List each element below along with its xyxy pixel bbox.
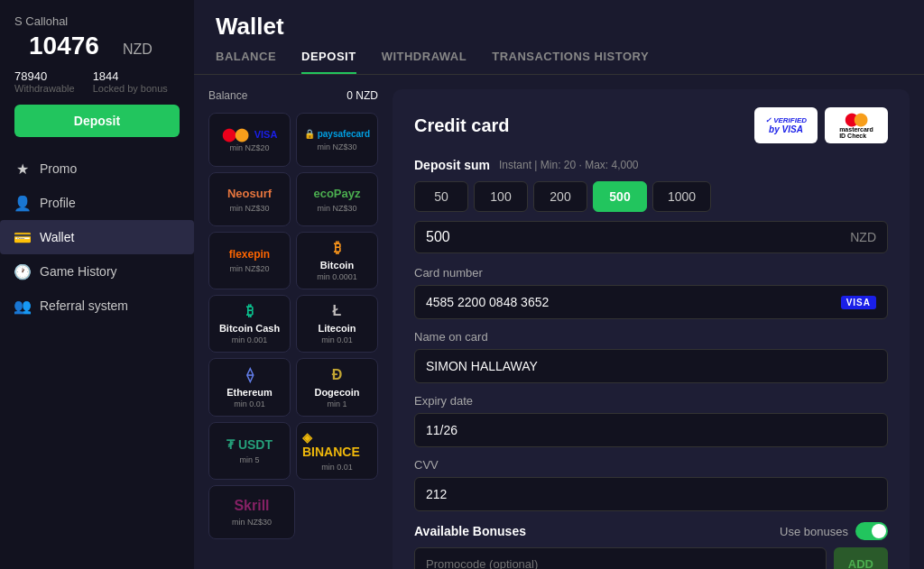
amount-btn-100[interactable]: 100 — [474, 181, 528, 212]
litecoin-logo: Ł — [333, 303, 342, 319]
cc-header: Credit card ✓ VERIFIEDby VISA ⬤ ⬤ master… — [414, 107, 888, 143]
deposit-sum-label: Deposit sum — [414, 158, 490, 172]
bitcoin-cash-min: min 0.001 — [232, 335, 268, 344]
add-promo-button[interactable]: ADD — [834, 547, 888, 569]
expiry-label: Expiry date — [414, 394, 888, 408]
payment-method-bitcoin[interactable]: ₿ Bitcoin min 0.0001 — [296, 232, 378, 289]
expiry-input[interactable] — [426, 423, 876, 437]
cvv-row — [414, 477, 888, 511]
paysafe-min: min NZ$30 — [317, 142, 356, 151]
ethereum-logo: ⟠ — [246, 366, 254, 383]
main-body: Balance 0 NZD ⬤ ⬤ VISA min NZ$20 🔒 paysa… — [194, 75, 924, 569]
name-on-card-input[interactable] — [426, 359, 876, 373]
ecopayz-logo: ecoPayz — [313, 187, 360, 200]
card-number-label: Card number — [414, 266, 888, 280]
neosurf-logo: Neosurf — [227, 187, 272, 200]
sidebar-nav: ★ Promo 👤 Profile 💳 Wallet 🕐 Game Histor… — [0, 151, 194, 323]
sidebar-item-label: Game History — [40, 264, 117, 279]
deposit-sum-info: Instant | Min: 20 · Max: 4,000 — [499, 159, 639, 171]
page-title: Wallet — [216, 13, 902, 41]
usdt-logo: ₮ USDT — [226, 437, 273, 452]
bonuses-row: Available Bonuses Use bonuses — [414, 522, 888, 540]
bitcoin-logo: ₿ — [334, 240, 341, 256]
payment-method-dogecoin[interactable]: Ð Dogecoin min 1 — [296, 358, 378, 417]
locked-value: 1844 — [93, 69, 168, 83]
locked-label: Locked by bonus — [93, 83, 168, 94]
payment-method-mastercard-visa[interactable]: ⬤ ⬤ VISA min NZ$20 — [208, 113, 291, 167]
wallet-icon: 💳 — [14, 229, 31, 245]
sidebar-item-referral[interactable]: 👥 Referral system — [0, 289, 194, 323]
payment-method-usdt[interactable]: ₮ USDT min 5 — [208, 422, 291, 480]
use-bonuses-label: Use bonuses — [780, 525, 848, 538]
name-on-card-row — [414, 349, 888, 383]
expiry-row — [414, 413, 888, 447]
dogecoin-name: Dogecoin — [314, 387, 359, 398]
amount-options: 50 100 200 500 1000 — [414, 181, 888, 212]
binance-min: min 0.01 — [321, 463, 353, 472]
bitcoin-name: Bitcoin — [320, 260, 354, 271]
use-bonuses-toggle[interactable] — [855, 522, 888, 540]
deposit-sum-row: Deposit sum Instant | Min: 20 · Max: 4,0… — [414, 158, 888, 172]
mastercard-id-check-logo: ⬤ ⬤ mastercardID Check — [825, 107, 888, 143]
cvv-label: CVV — [414, 458, 888, 472]
payment-methods-grid: ⬤ ⬤ VISA min NZ$20 🔒 paysafecard min NZ$… — [208, 113, 378, 539]
sidebar-item-promo[interactable]: ★ Promo — [0, 151, 194, 186]
amount-input[interactable] — [426, 229, 850, 245]
use-bonuses-row: Use bonuses — [780, 522, 888, 540]
username: S Callohal — [0, 14, 194, 32]
payment-method-ecopayz[interactable]: ecoPayz min NZ$30 — [296, 172, 378, 226]
mc-visa-min: min NZ$20 — [229, 143, 269, 152]
payment-method-ethereum[interactable]: ⟠ Ethereum min 0.01 — [208, 358, 291, 417]
payment-method-flexepin[interactable]: flexepin min NZ$20 — [208, 232, 291, 289]
tab-deposit[interactable]: DEPOSIT — [301, 50, 356, 74]
bonuses-label: Available Bonuses — [414, 524, 526, 538]
sidebar-item-label: Referral system — [40, 298, 128, 313]
skrill-logo: Skrill — [234, 498, 269, 514]
sidebar-item-profile[interactable]: 👤 Profile — [0, 186, 194, 220]
amount-btn-200[interactable]: 200 — [533, 181, 587, 212]
withdrawable-value: 78940 — [14, 69, 75, 83]
amount-input-row: NZD — [414, 221, 888, 253]
main-header: Wallet — [194, 0, 924, 41]
skrill-min: min NZ$30 — [232, 518, 272, 527]
tabs: BALANCE DEPOSIT WITHDRAWAL TRANSACTIONS … — [194, 41, 924, 75]
cc-logos: ✓ VERIFIEDby VISA ⬤ ⬤ mastercardID Check — [754, 107, 888, 143]
neosurf-min: min NZ$30 — [229, 204, 269, 213]
balance-value: 0 NZD — [346, 89, 378, 102]
usdt-min: min 5 — [239, 455, 259, 464]
sidebar-item-game-history[interactable]: 🕐 Game History — [0, 254, 194, 289]
amount-btn-1000[interactable]: 1000 — [652, 181, 711, 212]
cvv-input[interactable] — [426, 487, 876, 501]
credit-card-panel: Credit card ✓ VERIFIEDby VISA ⬤ ⬤ master… — [393, 89, 910, 569]
paysafe-logo: 🔒 paysafecard — [304, 129, 370, 139]
ecopayz-min: min NZ$30 — [317, 204, 356, 213]
payment-method-binance[interactable]: ◈ BINANCE min 0.01 — [296, 422, 378, 480]
tab-withdrawal[interactable]: WITHDRAWAL — [382, 50, 467, 74]
payment-method-skrill[interactable]: Skrill min NZ$30 — [208, 485, 295, 539]
payment-method-litecoin[interactable]: Ł Litecoin min 0.01 — [296, 295, 378, 353]
payment-method-paysafe[interactable]: 🔒 paysafecard min NZ$30 — [296, 113, 378, 167]
cc-title: Credit card — [414, 115, 510, 136]
sidebar-item-wallet[interactable]: 💳 Wallet — [0, 220, 194, 254]
amount-btn-500[interactable]: 500 — [593, 181, 647, 212]
bitcoin-cash-name: Bitcoin Cash — [219, 323, 280, 334]
deposit-button[interactable]: Deposit — [14, 105, 180, 137]
card-number-input[interactable] — [426, 295, 841, 309]
ethereum-name: Ethereum — [226, 387, 273, 398]
flexepin-logo: flexepin — [229, 248, 270, 261]
binance-logo: ◈ BINANCE — [302, 430, 372, 459]
balance-currency: NZD — [123, 41, 152, 58]
dogecoin-min: min 1 — [327, 399, 346, 408]
sidebar-item-label: Profile — [40, 196, 76, 210]
payment-method-neosurf[interactable]: Neosurf min NZ$30 — [208, 172, 291, 226]
tab-transactions[interactable]: TRANSACTIONS HISTORY — [492, 50, 649, 74]
bitcoin-min: min 0.0001 — [317, 272, 357, 281]
amount-btn-50[interactable]: 50 — [414, 181, 468, 212]
bitcoin-cash-logo: ₿ — [246, 303, 254, 319]
payment-method-bitcoin-cash[interactable]: ₿ Bitcoin Cash min 0.001 — [208, 295, 291, 353]
flexepin-min: min NZ$20 — [229, 264, 269, 273]
referral-icon: 👥 — [14, 298, 31, 314]
name-on-card-label: Name on card — [414, 330, 888, 344]
promo-input[interactable] — [414, 547, 827, 569]
tab-balance[interactable]: BALANCE — [216, 50, 276, 74]
